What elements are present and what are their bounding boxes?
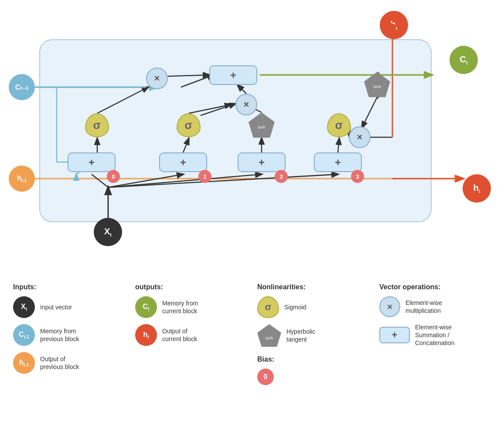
ct-out-label: Ct <box>460 54 467 65</box>
xt-label: Xt <box>104 227 112 237</box>
bias-2: 2 <box>275 170 288 183</box>
legend-inputs: Inputs: Xt Input vector Ct-1 Memory from… <box>9 279 131 396</box>
legend-sigmoid: σ Sigmoid <box>257 296 371 318</box>
multiply-gate-1: × <box>146 68 168 89</box>
ht1-node: ht-1 <box>9 166 35 192</box>
legend-ewise-sum: + Element-wiseSummation /Concatenation <box>379 323 493 347</box>
hyperbolic-label: Hyperbolictangent <box>286 328 315 343</box>
ht1-label: ht-1 <box>17 174 27 183</box>
ht1-legend-circle: ht-1 <box>13 352 35 374</box>
legend-memory-current: Ct Memory fromcurrent block <box>135 296 249 318</box>
xt-legend-circle: Xt <box>13 296 35 318</box>
legend-input-vector: Xt Input vector <box>13 296 126 318</box>
plus-concat-2: + <box>159 152 207 172</box>
plus-concat-1: + <box>68 152 116 172</box>
sigma-legend-shape: σ <box>257 296 279 318</box>
bias-section: Bias: 0 <box>257 356 371 385</box>
legend-tanh: tanh Hyperbolictangent <box>257 324 371 347</box>
ht-top-node: ht <box>380 11 408 39</box>
ct-legend-icon: Ct <box>135 296 157 318</box>
tanh-2-label: tanh <box>373 85 381 89</box>
outputs-title: outputs: <box>135 283 249 291</box>
ht-legend-icon: ht <box>135 324 157 346</box>
ct1-label: Cₜ₋₁ <box>15 83 29 91</box>
legend-area: Inputs: Xt Input vector Ct-1 Memory from… <box>9 279 497 396</box>
xt-node: Xt <box>94 218 122 246</box>
ht-out-label: ht <box>473 183 480 194</box>
output-current-label: Output ofcurrent block <box>162 327 197 343</box>
plus-legend-rect: + <box>379 327 410 343</box>
output-prev-label: Output ofprevious block <box>40 355 79 371</box>
ct1-node: Cₜ₋₁ <box>9 74 35 100</box>
multiply-gate-2: × <box>235 94 257 115</box>
multiply-gate-3: × <box>349 126 371 148</box>
input-vector-label: Input vector <box>40 303 72 311</box>
diagram-container: Cₜ₋₁ ht-1 Xt Ct ht ht × × × + + + + <box>0 4 504 274</box>
tanh-legend-shape: tanh <box>257 324 281 347</box>
legend-vector-ops: Vector operations: × Element-wisemultipl… <box>375 279 497 396</box>
ht-out-node: ht <box>463 174 491 203</box>
bias-3: 3 <box>351 170 364 183</box>
legend-nonlinearities: Nonlinearities: σ Sigmoid tanh Hyperboli… <box>253 279 375 396</box>
legend-output-prev: ht-1 Output ofprevious block <box>13 352 126 374</box>
legend-outputs: outputs: Ct Memory fromcurrent block ht … <box>131 279 253 396</box>
bias-title: Bias: <box>257 356 371 363</box>
tanh-legend-icon: tanh <box>257 324 281 347</box>
mult-legend-icon: × <box>379 296 400 317</box>
ct-out-node: Ct <box>450 46 478 74</box>
sigma-legend-icon: σ <box>257 296 279 318</box>
bias-legend-icon: 0 <box>257 369 274 385</box>
ct1-legend-circle: Ct-1 <box>13 324 35 346</box>
plus-concat-4: + <box>314 152 362 172</box>
sigmoid-label: Sigmoid <box>284 303 306 311</box>
plus-concat-3: + <box>238 152 286 172</box>
legend-output-current: ht Output ofcurrent block <box>135 324 249 346</box>
mult-legend-circle: × <box>379 296 400 317</box>
ht-top-label: ht <box>391 20 398 30</box>
xt-legend-icon: Xt <box>13 296 35 318</box>
ewise-sum-label: Element-wiseSummation /Concatenation <box>415 323 454 347</box>
memory-prev-label: Memory fromprevious block <box>40 327 79 343</box>
legend-ewise-mult: × Element-wisemultiplication <box>379 296 493 317</box>
ct1-legend-icon: Ct-1 <box>13 324 35 346</box>
ewise-mult-label: Element-wisemultiplication <box>405 299 442 315</box>
plus-legend-icon: + <box>379 327 410 343</box>
bias-1: 1 <box>198 170 211 183</box>
bias-0: 0 <box>107 170 120 183</box>
ht-legend-circle: ht <box>135 324 157 346</box>
memory-current-label: Memory fromcurrent block <box>162 299 198 315</box>
legend-bias: 0 <box>257 369 371 385</box>
nonlinearities-title: Nonlinearities: <box>257 283 371 291</box>
legend-memory-prev: Ct-1 Memory fromprevious block <box>13 324 126 346</box>
tanh-1-label: tanh <box>258 125 266 129</box>
ct-legend-circle: Ct <box>135 296 157 318</box>
inputs-title: Inputs: <box>13 283 126 291</box>
ht1-legend-icon: ht-1 <box>13 352 35 374</box>
bias-legend-circle: 0 <box>257 369 274 385</box>
plus-cell-state: + <box>209 65 257 85</box>
vector-ops-title: Vector operations: <box>379 283 493 291</box>
